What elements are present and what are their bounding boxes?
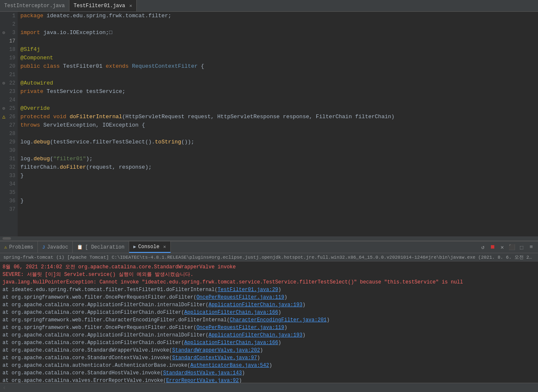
console-icon: ▶: [133, 244, 136, 249]
panel-tab-javadoc[interactable]: J Javadoc: [38, 241, 73, 253]
scroll-left-icon[interactable]: ‹: [3, 384, 6, 391]
tab-testinterceptor[interactable]: TestInterceptor.java: [0, 0, 69, 11]
panel-toolbar: ↺ ⏹ ✕ ⬛ ⬚ ≡: [476, 243, 538, 252]
console-label: Console: [138, 244, 159, 250]
remove-btn[interactable]: ✕: [498, 243, 506, 252]
tab-label: TestInterceptor.java: [4, 3, 65, 9]
clear-btn[interactable]: ⬛: [508, 243, 516, 252]
bottom-panel: ⚠ Problems J Javadoc 📋 [ Declaration ▶ C…: [0, 241, 538, 392]
panel-hscrollbar[interactable]: ‹: [0, 383, 538, 392]
panel-tab-problems[interactable]: ⚠ Problems: [0, 241, 38, 253]
code-col: package ideatec.edu.spring.frwk.tomcat.f…: [18, 12, 538, 236]
javadoc-icon: J: [42, 245, 45, 250]
tab-label: TestFilter01.java: [74, 3, 125, 9]
console-output[interactable]: 8월 06, 2021 2:14:02 오전 org.apache.catali…: [0, 262, 538, 383]
console-path-bar: spring-frwk-tomcat (1) [Apache Tomcat] C…: [0, 253, 538, 262]
tab-testfilter01[interactable]: TestFilter01.java ✕: [69, 0, 137, 11]
restart-btn[interactable]: ↺: [479, 243, 487, 252]
panel-tab-bar: ⚠ Problems J Javadoc 📋 [ Declaration ▶ C…: [0, 241, 538, 253]
stop-btn[interactable]: ⏹: [488, 243, 497, 252]
declaration-icon: 📋: [77, 244, 83, 250]
panel-tab-console[interactable]: ▶ Console ✕: [129, 241, 171, 253]
editor-area: ⊙ ⊙ ⊙ △ 1 2 3 17: [0, 12, 538, 241]
declaration-label: [ Declaration: [85, 244, 125, 250]
pin-btn[interactable]: ⬚: [517, 243, 526, 252]
problems-icon: ⚠: [4, 244, 7, 250]
editor-hscrollbar[interactable]: [0, 236, 538, 241]
linenum-col: 1 2 3 17 18 19 20 21 22 23 24 25 26 27 2…: [8, 12, 18, 236]
problems-label: Problems: [9, 244, 34, 250]
panel-tab-declaration[interactable]: 📋 [ Declaration: [73, 241, 129, 253]
menu-btn[interactable]: ≡: [527, 243, 535, 252]
console-path: spring-frwk-tomcat (1) [Apache Tomcat] C…: [3, 255, 538, 260]
tab-bar: TestInterceptor.java TestFilter01.java ✕: [0, 0, 538, 12]
gutter-col: ⊙ ⊙ ⊙ △: [0, 12, 8, 236]
code-editor[interactable]: ⊙ ⊙ ⊙ △ 1 2 3 17: [0, 12, 538, 236]
javadoc-label: Javadoc: [47, 244, 68, 250]
tab-close-icon[interactable]: ✕: [129, 3, 132, 8]
console-close-icon[interactable]: ✕: [163, 244, 166, 249]
